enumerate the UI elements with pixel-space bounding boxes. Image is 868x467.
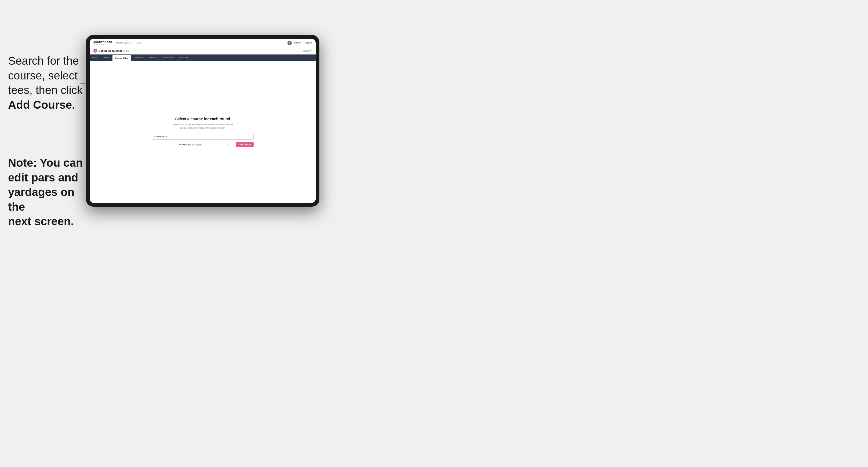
tab-course-setup[interactable]: Course Setup	[113, 55, 131, 61]
tee-chevron-icon[interactable]: ⌃	[230, 144, 231, 146]
section-description: Search for a course and select a tee. Yo…	[152, 123, 254, 130]
tee-clear-icon[interactable]: ✕	[227, 143, 229, 146]
top-navigation: SCOREBOARD Powered by clippd TOURNAMENTS…	[90, 39, 316, 47]
course-section: Select a course for each round Search fo…	[152, 117, 254, 147]
tab-results[interactable]: Results	[147, 55, 159, 61]
annotation-note: Note: You can edit pars and yardages on …	[8, 156, 91, 229]
cancel-button[interactable]: Cancel ✕	[303, 50, 312, 52]
tee-select-row: Gold (M) (M) (7010 yds) ✕ ⌃ Add Course	[152, 142, 254, 147]
add-course-button[interactable]: Add Course	[236, 142, 254, 147]
sign-out-link[interactable]: Sign out	[305, 42, 312, 44]
avatar: T	[287, 41, 292, 45]
tablet-screen: SCOREBOARD Powered by clippd TOURNAMENTS…	[90, 39, 316, 203]
tab-details[interactable]: Details	[90, 55, 101, 61]
tablet-device: SCOREBOARD Powered by clippd TOURNAMENTS…	[86, 35, 319, 207]
tab-navigation: Details Teams Course Setup Tee Groups Re…	[90, 55, 316, 61]
user-name: Test User	[293, 42, 302, 44]
tournament-icon: C	[93, 49, 97, 53]
tournament-name: Clippd Invitational	[98, 50, 122, 52]
annotation-text: Search for the course, select tees, then…	[8, 54, 83, 112]
tab-leaderboards[interactable]: Leaderboards	[159, 55, 177, 61]
tab-teams[interactable]: Teams	[101, 55, 113, 61]
tournament-header: C Clippd Invitational (Men) Cancel ✕	[90, 47, 316, 55]
logo: SCOREBOARD Powered by clippd	[93, 41, 112, 45]
tab-printables[interactable]: Printables	[177, 55, 191, 61]
nav-teams[interactable]: TEAMS	[134, 42, 142, 44]
section-title: Select a course for each round	[152, 117, 254, 121]
user-area: T Test User | Sign out	[287, 41, 312, 45]
main-content: Select a course for each round Search fo…	[90, 61, 316, 203]
course-search-input[interactable]	[152, 134, 254, 139]
tab-tee-groups[interactable]: Tee Groups	[131, 55, 147, 61]
tee-select[interactable]: Gold (M) (M) (7010 yds) ✕ ⌃	[152, 142, 234, 147]
tournament-type: (Men)	[123, 50, 129, 52]
nav-tournaments[interactable]: TOURNAMENTS	[116, 42, 132, 44]
